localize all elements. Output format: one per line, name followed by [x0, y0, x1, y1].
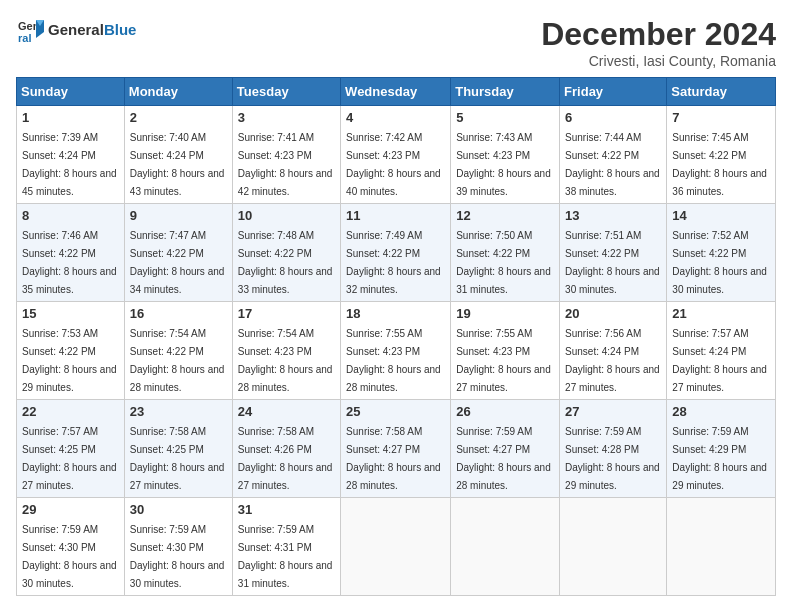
day-info: Sunrise: 7:41 AMSunset: 4:23 PMDaylight:…	[238, 132, 333, 197]
day-number: 29	[22, 502, 119, 517]
day-number: 18	[346, 306, 445, 321]
calendar-cell: 18 Sunrise: 7:55 AMSunset: 4:23 PMDaylig…	[341, 302, 451, 400]
calendar-table: SundayMondayTuesdayWednesdayThursdayFrid…	[16, 77, 776, 596]
day-header-saturday: Saturday	[667, 78, 776, 106]
day-info: Sunrise: 7:50 AMSunset: 4:22 PMDaylight:…	[456, 230, 551, 295]
logo-icon: Gene ral	[16, 16, 44, 44]
day-number: 6	[565, 110, 661, 125]
location: Crivesti, Iasi County, Romania	[541, 53, 776, 69]
day-header-monday: Monday	[124, 78, 232, 106]
day-info: Sunrise: 7:45 AMSunset: 4:22 PMDaylight:…	[672, 132, 767, 197]
day-info: Sunrise: 7:44 AMSunset: 4:22 PMDaylight:…	[565, 132, 660, 197]
day-info: Sunrise: 7:52 AMSunset: 4:22 PMDaylight:…	[672, 230, 767, 295]
svg-text:ral: ral	[18, 32, 31, 44]
calendar-cell	[667, 498, 776, 596]
calendar-cell: 27 Sunrise: 7:59 AMSunset: 4:28 PMDaylig…	[560, 400, 667, 498]
day-number: 23	[130, 404, 227, 419]
day-header-wednesday: Wednesday	[341, 78, 451, 106]
calendar-cell: 24 Sunrise: 7:58 AMSunset: 4:26 PMDaylig…	[232, 400, 340, 498]
calendar-week-row: 22 Sunrise: 7:57 AMSunset: 4:25 PMDaylig…	[17, 400, 776, 498]
day-info: Sunrise: 7:58 AMSunset: 4:25 PMDaylight:…	[130, 426, 225, 491]
calendar-week-row: 29 Sunrise: 7:59 AMSunset: 4:30 PMDaylig…	[17, 498, 776, 596]
day-info: Sunrise: 7:54 AMSunset: 4:23 PMDaylight:…	[238, 328, 333, 393]
calendar-cell: 28 Sunrise: 7:59 AMSunset: 4:29 PMDaylig…	[667, 400, 776, 498]
calendar-cell: 31 Sunrise: 7:59 AMSunset: 4:31 PMDaylig…	[232, 498, 340, 596]
calendar-cell: 10 Sunrise: 7:48 AMSunset: 4:22 PMDaylig…	[232, 204, 340, 302]
day-number: 12	[456, 208, 554, 223]
day-number: 25	[346, 404, 445, 419]
calendar-cell: 26 Sunrise: 7:59 AMSunset: 4:27 PMDaylig…	[451, 400, 560, 498]
calendar-cell: 5 Sunrise: 7:43 AMSunset: 4:23 PMDayligh…	[451, 106, 560, 204]
day-number: 21	[672, 306, 770, 321]
day-number: 19	[456, 306, 554, 321]
day-header-thursday: Thursday	[451, 78, 560, 106]
day-info: Sunrise: 7:58 AMSunset: 4:27 PMDaylight:…	[346, 426, 441, 491]
calendar-week-row: 8 Sunrise: 7:46 AMSunset: 4:22 PMDayligh…	[17, 204, 776, 302]
day-number: 7	[672, 110, 770, 125]
day-info: Sunrise: 7:47 AMSunset: 4:22 PMDaylight:…	[130, 230, 225, 295]
day-number: 20	[565, 306, 661, 321]
day-info: Sunrise: 7:59 AMSunset: 4:31 PMDaylight:…	[238, 524, 333, 589]
calendar-cell: 16 Sunrise: 7:54 AMSunset: 4:22 PMDaylig…	[124, 302, 232, 400]
calendar-week-row: 15 Sunrise: 7:53 AMSunset: 4:22 PMDaylig…	[17, 302, 776, 400]
day-info: Sunrise: 7:57 AMSunset: 4:25 PMDaylight:…	[22, 426, 117, 491]
day-number: 27	[565, 404, 661, 419]
day-number: 5	[456, 110, 554, 125]
day-info: Sunrise: 7:55 AMSunset: 4:23 PMDaylight:…	[346, 328, 441, 393]
calendar-cell: 20 Sunrise: 7:56 AMSunset: 4:24 PMDaylig…	[560, 302, 667, 400]
day-info: Sunrise: 7:43 AMSunset: 4:23 PMDaylight:…	[456, 132, 551, 197]
calendar-cell: 30 Sunrise: 7:59 AMSunset: 4:30 PMDaylig…	[124, 498, 232, 596]
day-number: 3	[238, 110, 335, 125]
day-info: Sunrise: 7:48 AMSunset: 4:22 PMDaylight:…	[238, 230, 333, 295]
calendar-cell: 9 Sunrise: 7:47 AMSunset: 4:22 PMDayligh…	[124, 204, 232, 302]
day-info: Sunrise: 7:39 AMSunset: 4:24 PMDaylight:…	[22, 132, 117, 197]
calendar-cell: 2 Sunrise: 7:40 AMSunset: 4:24 PMDayligh…	[124, 106, 232, 204]
calendar-cell: 3 Sunrise: 7:41 AMSunset: 4:23 PMDayligh…	[232, 106, 340, 204]
day-number: 17	[238, 306, 335, 321]
title-block: December 2024 Crivesti, Iasi County, Rom…	[541, 16, 776, 69]
calendar-cell	[451, 498, 560, 596]
calendar-header-row: SundayMondayTuesdayWednesdayThursdayFrid…	[17, 78, 776, 106]
calendar-body: 1 Sunrise: 7:39 AMSunset: 4:24 PMDayligh…	[17, 106, 776, 596]
calendar-cell: 8 Sunrise: 7:46 AMSunset: 4:22 PMDayligh…	[17, 204, 125, 302]
month-title: December 2024	[541, 16, 776, 53]
day-info: Sunrise: 7:59 AMSunset: 4:30 PMDaylight:…	[130, 524, 225, 589]
day-number: 11	[346, 208, 445, 223]
calendar-cell: 6 Sunrise: 7:44 AMSunset: 4:22 PMDayligh…	[560, 106, 667, 204]
day-number: 14	[672, 208, 770, 223]
day-info: Sunrise: 7:53 AMSunset: 4:22 PMDaylight:…	[22, 328, 117, 393]
day-number: 9	[130, 208, 227, 223]
day-info: Sunrise: 7:49 AMSunset: 4:22 PMDaylight:…	[346, 230, 441, 295]
day-info: Sunrise: 7:42 AMSunset: 4:23 PMDaylight:…	[346, 132, 441, 197]
day-info: Sunrise: 7:55 AMSunset: 4:23 PMDaylight:…	[456, 328, 551, 393]
day-info: Sunrise: 7:40 AMSunset: 4:24 PMDaylight:…	[130, 132, 225, 197]
day-info: Sunrise: 7:59 AMSunset: 4:27 PMDaylight:…	[456, 426, 551, 491]
day-number: 22	[22, 404, 119, 419]
day-info: Sunrise: 7:54 AMSunset: 4:22 PMDaylight:…	[130, 328, 225, 393]
day-number: 13	[565, 208, 661, 223]
calendar-cell: 1 Sunrise: 7:39 AMSunset: 4:24 PMDayligh…	[17, 106, 125, 204]
logo-text-block: GeneralBlue	[48, 22, 136, 39]
calendar-cell: 23 Sunrise: 7:58 AMSunset: 4:25 PMDaylig…	[124, 400, 232, 498]
day-info: Sunrise: 7:59 AMSunset: 4:28 PMDaylight:…	[565, 426, 660, 491]
day-info: Sunrise: 7:59 AMSunset: 4:30 PMDaylight:…	[22, 524, 117, 589]
day-number: 28	[672, 404, 770, 419]
day-header-friday: Friday	[560, 78, 667, 106]
day-info: Sunrise: 7:59 AMSunset: 4:29 PMDaylight:…	[672, 426, 767, 491]
calendar-week-row: 1 Sunrise: 7:39 AMSunset: 4:24 PMDayligh…	[17, 106, 776, 204]
day-number: 2	[130, 110, 227, 125]
calendar-cell: 13 Sunrise: 7:51 AMSunset: 4:22 PMDaylig…	[560, 204, 667, 302]
logo-general: GeneralBlue	[48, 22, 136, 39]
calendar-cell: 22 Sunrise: 7:57 AMSunset: 4:25 PMDaylig…	[17, 400, 125, 498]
day-info: Sunrise: 7:46 AMSunset: 4:22 PMDaylight:…	[22, 230, 117, 295]
day-info: Sunrise: 7:57 AMSunset: 4:24 PMDaylight:…	[672, 328, 767, 393]
calendar-cell: 11 Sunrise: 7:49 AMSunset: 4:22 PMDaylig…	[341, 204, 451, 302]
calendar-cell: 19 Sunrise: 7:55 AMSunset: 4:23 PMDaylig…	[451, 302, 560, 400]
calendar-cell	[560, 498, 667, 596]
day-info: Sunrise: 7:51 AMSunset: 4:22 PMDaylight:…	[565, 230, 660, 295]
calendar-cell: 25 Sunrise: 7:58 AMSunset: 4:27 PMDaylig…	[341, 400, 451, 498]
calendar-cell: 15 Sunrise: 7:53 AMSunset: 4:22 PMDaylig…	[17, 302, 125, 400]
calendar-cell: 21 Sunrise: 7:57 AMSunset: 4:24 PMDaylig…	[667, 302, 776, 400]
calendar-cell: 29 Sunrise: 7:59 AMSunset: 4:30 PMDaylig…	[17, 498, 125, 596]
calendar-cell: 17 Sunrise: 7:54 AMSunset: 4:23 PMDaylig…	[232, 302, 340, 400]
